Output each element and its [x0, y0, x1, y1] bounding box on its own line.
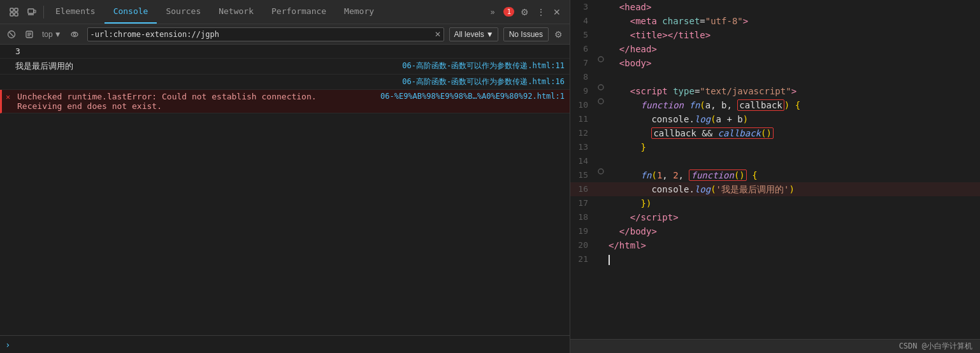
- line-number: 17: [570, 196, 596, 210]
- tabs-right-icons: 1 ⚙ ⋮ ✕: [500, 4, 567, 20]
- console-line: 06-高阶函数-函数可以作为参数传递.html:16: [0, 75, 570, 90]
- svg-point-15: [598, 57, 603, 62]
- line-number: 14: [570, 154, 596, 168]
- code-line: 3 <head>: [570, 0, 980, 14]
- code-line: 16 console.log('我是最后调用的'): [570, 182, 980, 196]
- console-source-link[interactable]: 06-高阶函数-函数可以作为参数传递.html:11: [402, 61, 565, 71]
- svg-line-8: [10, 32, 14, 36]
- code-content: 3 <head> 4 <meta charset="utf-8"> 5 <tit…: [570, 0, 980, 339]
- line-number: 3: [570, 0, 596, 14]
- devtools-panel: Elements Console Sources Network Perform…: [0, 0, 570, 353]
- tabs-list: Elements Console Sources Network Perform…: [47, 0, 486, 24]
- line-number: 18: [570, 210, 596, 224]
- line-gutter: [596, 168, 606, 175]
- code-line: 9 <script type="text/javascript">: [570, 84, 980, 98]
- no-issues-button[interactable]: No Issues: [503, 27, 549, 41]
- tab-performance[interactable]: Performance: [263, 0, 335, 24]
- preserve-log-icon[interactable]: [22, 28, 37, 41]
- eye-icon[interactable]: [67, 28, 82, 41]
- line-gutter: [596, 84, 606, 90]
- line-number: 12: [570, 126, 596, 140]
- error-badge: 1: [503, 7, 514, 17]
- more-tabs-button[interactable]: »: [486, 8, 500, 17]
- line-number: 10: [570, 98, 596, 112]
- console-source-link[interactable]: 06-高阶函数-函数可以作为参数传递.html:16: [402, 76, 565, 87]
- console-text: 我是最后调用的: [15, 61, 397, 72]
- tab-network[interactable]: Network: [210, 0, 263, 24]
- line-code: console.log('我是最后调用的'): [606, 182, 980, 196]
- line-number: 13: [570, 140, 596, 154]
- more-options-icon[interactable]: ⋮: [534, 4, 548, 20]
- tab-icon-group: [3, 6, 44, 18]
- line-number: 5: [570, 28, 596, 42]
- scope-dropdown-icon: ▼: [54, 30, 62, 39]
- code-line: 13 }: [570, 140, 980, 154]
- inspect-element-icon[interactable]: [8, 6, 20, 18]
- svg-point-18: [598, 169, 603, 174]
- code-line: 7 <body>: [570, 56, 980, 70]
- code-line: 6 </head>: [570, 42, 980, 56]
- brand-text: CSDN @小白学计算机: [899, 341, 972, 352]
- code-line: 21: [570, 252, 980, 266]
- line-code: <title></title>: [606, 28, 980, 42]
- filter-input[interactable]: [90, 30, 435, 39]
- filter-input-box[interactable]: ✕: [87, 27, 445, 41]
- console-error-line: ✕ Unchecked runtime.lastError: Could not…: [0, 90, 570, 113]
- line-number: 4: [570, 14, 596, 28]
- line-gutter: [596, 98, 606, 104]
- console-text: 3: [15, 47, 565, 56]
- svg-point-13: [71, 32, 78, 36]
- console-line: 我是最后调用的 06-高阶函数-函数可以作为参数传递.html:11: [0, 59, 570, 75]
- tab-console[interactable]: Console: [104, 0, 157, 24]
- svg-point-14: [73, 33, 76, 36]
- tab-elements[interactable]: Elements: [47, 0, 104, 24]
- line-code: </body>: [606, 224, 980, 238]
- code-line: 5 <title></title>: [570, 28, 980, 42]
- line-number: 7: [570, 56, 596, 70]
- close-devtools-icon[interactable]: ✕: [551, 4, 563, 20]
- line-code: <body>: [606, 56, 980, 70]
- svg-rect-0: [10, 8, 13, 11]
- line-number: 9: [570, 84, 596, 98]
- line-code: <head>: [606, 0, 980, 14]
- tabs-bar: Elements Console Sources Network Perform…: [0, 0, 570, 24]
- log-levels-dropdown[interactable]: All levels ▼: [449, 27, 498, 41]
- line-code: </head>: [606, 42, 980, 56]
- console-line: 3: [0, 45, 570, 59]
- clear-console-icon[interactable]: [4, 28, 19, 41]
- error-source-link[interactable]: 06-%E9%AB%98%E9%98%B…%A0%E9%80%92.html:1: [380, 92, 565, 101]
- error-sub-text: Receiving end does not exist.: [17, 101, 375, 111]
- line-code: function fn(a, b, callback) {: [606, 98, 980, 112]
- code-editor-panel: 3 <head> 4 <meta charset="utf-8"> 5 <tit…: [570, 0, 980, 353]
- code-line: 19 </body>: [570, 224, 980, 238]
- bottom-bar: CSDN @小白学计算机: [570, 339, 980, 353]
- code-line: 14: [570, 154, 980, 168]
- code-line: 17 }): [570, 196, 980, 210]
- console-toolbar: top ▼ ✕ All levels ▼ No Issues ⚙: [0, 24, 570, 45]
- settings-icon[interactable]: ⚙: [518, 4, 531, 20]
- tab-sources[interactable]: Sources: [157, 0, 210, 24]
- svg-rect-3: [15, 13, 18, 16]
- filter-clear-button[interactable]: ✕: [435, 30, 441, 39]
- line-code: </html>: [606, 238, 980, 252]
- line-number: 20: [570, 238, 596, 252]
- scope-selector[interactable]: top ▼: [40, 29, 64, 40]
- console-input[interactable]: [14, 340, 565, 349]
- error-icon: ✕: [6, 92, 10, 101]
- console-settings-icon[interactable]: ⚙: [551, 27, 566, 41]
- console-prompt-icon: ›: [5, 340, 10, 350]
- line-number: 19: [570, 224, 596, 238]
- code-line: 15 fn(1, 2, function() {: [570, 168, 980, 182]
- console-output[interactable]: 3 我是最后调用的 06-高阶函数-函数可以作为参数传递.html:11 06-…: [0, 45, 570, 335]
- tab-memory[interactable]: Memory: [335, 0, 383, 24]
- line-code: console.log(a + b): [606, 112, 980, 126]
- line-code: <meta charset="utf-8">: [606, 14, 980, 28]
- device-toolbar-icon[interactable]: [25, 6, 38, 18]
- svg-rect-5: [34, 10, 36, 13]
- svg-point-17: [598, 99, 603, 104]
- line-number: 16: [570, 182, 596, 196]
- svg-rect-1: [15, 8, 18, 11]
- console-input-line: ›: [0, 335, 570, 353]
- line-number: 21: [570, 252, 596, 266]
- code-line: 8: [570, 70, 980, 84]
